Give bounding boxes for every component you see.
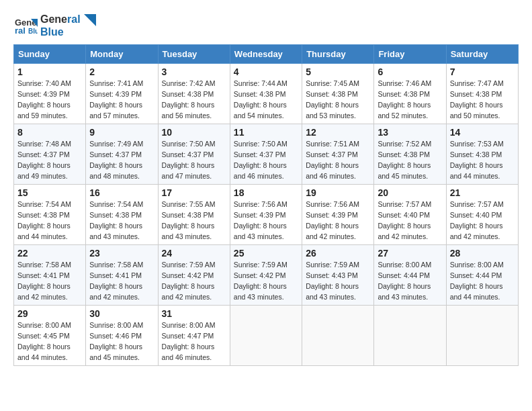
day-info: Sunrise: 8:00 AM Sunset: 4:46 PM Dayligh… (89, 320, 154, 363)
day-number: 18 (234, 187, 298, 198)
day-number: 12 (306, 127, 370, 138)
logo: Gene ral Blue General Blue (13, 13, 96, 38)
day-number: 8 (17, 127, 82, 138)
day-info: Sunrise: 7:40 AM Sunset: 4:39 PM Dayligh… (17, 79, 82, 121)
day-info: Sunrise: 7:58 AM Sunset: 4:41 PM Dayligh… (89, 260, 154, 302)
day-number: 10 (162, 127, 226, 138)
day-info: Sunrise: 7:47 AM Sunset: 4:38 PM Dayligh… (450, 79, 515, 121)
day-info: Sunrise: 7:57 AM Sunset: 4:40 PM Dayligh… (378, 199, 442, 242)
day-cell (374, 306, 446, 366)
week-row-4: 22 Sunrise: 7:58 AM Sunset: 4:41 PM Dayl… (14, 245, 519, 306)
day-cell: 20 Sunrise: 7:57 AM Sunset: 4:40 PM Dayl… (374, 185, 446, 245)
day-info: Sunrise: 8:00 AM Sunset: 4:44 PM Dayligh… (378, 260, 442, 302)
day-info: Sunrise: 8:00 AM Sunset: 4:44 PM Dayligh… (450, 260, 515, 302)
day-info: Sunrise: 7:59 AM Sunset: 4:42 PM Dayligh… (162, 260, 226, 302)
logo-blue: Blue (40, 26, 96, 38)
week-row-3: 15 Sunrise: 7:54 AM Sunset: 4:38 PM Dayl… (14, 185, 519, 245)
day-info: Sunrise: 7:58 AM Sunset: 4:41 PM Dayligh… (17, 260, 82, 302)
day-info: Sunrise: 8:00 AM Sunset: 4:45 PM Dayligh… (17, 320, 82, 363)
day-cell: 30 Sunrise: 8:00 AM Sunset: 4:46 PM Dayl… (86, 306, 158, 366)
logo-icon: Gene ral Blue (13, 13, 38, 38)
day-number: 6 (378, 66, 442, 77)
day-number: 21 (450, 187, 515, 198)
day-cell: 5 Sunrise: 7:45 AM Sunset: 4:38 PM Dayli… (302, 64, 374, 124)
day-header-sunday: Sunday (14, 45, 86, 64)
day-number: 1 (17, 66, 82, 77)
week-row-1: 1 Sunrise: 7:40 AM Sunset: 4:39 PM Dayli… (14, 64, 519, 124)
day-info: Sunrise: 7:53 AM Sunset: 4:38 PM Dayligh… (450, 139, 515, 181)
day-cell: 25 Sunrise: 7:59 AM Sunset: 4:42 PM Dayl… (230, 245, 302, 306)
day-cell: 16 Sunrise: 7:54 AM Sunset: 4:38 PM Dayl… (86, 185, 158, 245)
day-number: 28 (450, 248, 515, 259)
day-cell: 3 Sunrise: 7:42 AM Sunset: 4:38 PM Dayli… (158, 64, 230, 124)
day-number: 4 (234, 66, 298, 77)
day-cell (446, 306, 518, 366)
day-number: 26 (306, 248, 370, 259)
day-info: Sunrise: 7:59 AM Sunset: 4:43 PM Dayligh… (306, 260, 370, 302)
week-row-2: 8 Sunrise: 7:48 AM Sunset: 4:37 PM Dayli… (14, 124, 519, 185)
day-info: Sunrise: 7:48 AM Sunset: 4:37 PM Dayligh… (17, 139, 82, 181)
svg-marker-4 (84, 14, 96, 26)
day-number: 25 (234, 248, 298, 259)
calendar-body: 1 Sunrise: 7:40 AM Sunset: 4:39 PM Dayli… (14, 64, 519, 366)
day-number: 5 (306, 66, 370, 77)
day-info: Sunrise: 7:51 AM Sunset: 4:37 PM Dayligh… (306, 139, 370, 181)
day-info: Sunrise: 8:00 AM Sunset: 4:47 PM Dayligh… (162, 320, 226, 363)
day-number: 9 (89, 127, 154, 138)
day-info: Sunrise: 7:56 AM Sunset: 4:39 PM Dayligh… (306, 199, 370, 242)
svg-text:Blue: Blue (28, 28, 38, 35)
day-header-monday: Monday (86, 45, 158, 64)
day-number: 27 (378, 248, 442, 259)
day-number: 7 (450, 66, 515, 77)
day-cell: 22 Sunrise: 7:58 AM Sunset: 4:41 PM Dayl… (14, 245, 86, 306)
day-number: 23 (89, 248, 154, 259)
day-cell (230, 306, 302, 366)
blue-triangle-icon (84, 14, 96, 26)
day-cell: 28 Sunrise: 8:00 AM Sunset: 4:44 PM Dayl… (446, 245, 518, 306)
day-cell: 31 Sunrise: 8:00 AM Sunset: 4:47 PM Dayl… (158, 306, 230, 366)
day-cell: 15 Sunrise: 7:54 AM Sunset: 4:38 PM Dayl… (14, 185, 86, 245)
day-info: Sunrise: 7:41 AM Sunset: 4:39 PM Dayligh… (89, 79, 154, 121)
day-cell: 9 Sunrise: 7:49 AM Sunset: 4:37 PM Dayli… (86, 124, 158, 185)
day-number: 3 (162, 66, 226, 77)
calendar: SundayMondayTuesdayWednesdayThursdayFrid… (13, 44, 519, 366)
day-cell: 1 Sunrise: 7:40 AM Sunset: 4:39 PM Dayli… (14, 64, 86, 124)
day-cell (302, 306, 374, 366)
day-cell: 12 Sunrise: 7:51 AM Sunset: 4:37 PM Dayl… (302, 124, 374, 185)
day-cell: 6 Sunrise: 7:46 AM Sunset: 4:38 PM Dayli… (374, 64, 446, 124)
day-number: 24 (162, 248, 226, 259)
day-cell: 23 Sunrise: 7:58 AM Sunset: 4:41 PM Dayl… (86, 245, 158, 306)
day-number: 29 (17, 308, 82, 319)
header: Gene ral Blue General Blue (13, 13, 519, 38)
day-info: Sunrise: 7:54 AM Sunset: 4:38 PM Dayligh… (17, 199, 82, 242)
day-number: 31 (162, 308, 226, 319)
day-info: Sunrise: 7:49 AM Sunset: 4:37 PM Dayligh… (89, 139, 154, 181)
day-cell: 11 Sunrise: 7:50 AM Sunset: 4:37 PM Dayl… (230, 124, 302, 185)
week-row-5: 29 Sunrise: 8:00 AM Sunset: 4:45 PM Dayl… (14, 306, 519, 366)
day-number: 19 (306, 187, 370, 198)
day-cell: 19 Sunrise: 7:56 AM Sunset: 4:39 PM Dayl… (302, 185, 374, 245)
day-cell: 14 Sunrise: 7:53 AM Sunset: 4:38 PM Dayl… (446, 124, 518, 185)
day-info: Sunrise: 7:54 AM Sunset: 4:38 PM Dayligh… (89, 199, 154, 242)
day-cell: 4 Sunrise: 7:44 AM Sunset: 4:38 PM Dayli… (230, 64, 302, 124)
day-info: Sunrise: 7:50 AM Sunset: 4:37 PM Dayligh… (234, 139, 298, 181)
day-info: Sunrise: 7:42 AM Sunset: 4:38 PM Dayligh… (162, 79, 226, 121)
day-cell: 21 Sunrise: 7:57 AM Sunset: 4:40 PM Dayl… (446, 185, 518, 245)
day-number: 15 (17, 187, 82, 198)
day-header-tuesday: Tuesday (158, 45, 230, 64)
day-info: Sunrise: 7:52 AM Sunset: 4:38 PM Dayligh… (378, 139, 442, 181)
day-cell: 2 Sunrise: 7:41 AM Sunset: 4:39 PM Dayli… (86, 64, 158, 124)
day-info: Sunrise: 7:45 AM Sunset: 4:38 PM Dayligh… (306, 79, 370, 121)
day-cell: 17 Sunrise: 7:55 AM Sunset: 4:38 PM Dayl… (158, 185, 230, 245)
day-number: 22 (17, 248, 82, 259)
day-number: 16 (89, 187, 154, 198)
day-cell: 18 Sunrise: 7:56 AM Sunset: 4:39 PM Dayl… (230, 185, 302, 245)
day-cell: 27 Sunrise: 8:00 AM Sunset: 4:44 PM Dayl… (374, 245, 446, 306)
day-number: 14 (450, 127, 515, 138)
svg-text:ral: ral (15, 26, 26, 36)
day-info: Sunrise: 7:44 AM Sunset: 4:38 PM Dayligh… (234, 79, 298, 121)
day-header-thursday: Thursday (302, 45, 374, 64)
day-number: 17 (162, 187, 226, 198)
day-number: 13 (378, 127, 442, 138)
day-header-wednesday: Wednesday (230, 45, 302, 64)
